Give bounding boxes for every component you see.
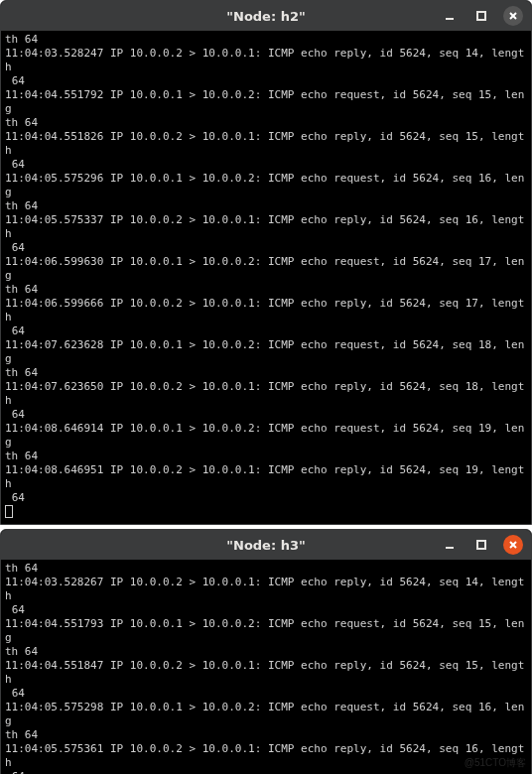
packet-seq: 17 — [466, 297, 478, 310]
packet-seq: 16 — [478, 172, 491, 185]
packet-src: 10.0.0.2 — [130, 742, 183, 755]
window-controls — [440, 535, 523, 555]
packet-dst: 10.0.0.2 — [202, 172, 255, 185]
packet-type: ICMP echo request — [268, 88, 380, 101]
titlebar[interactable]: "Node: h2" — [1, 1, 531, 31]
packet-dst: 10.0.0.2 — [202, 617, 255, 630]
packet-timestamp: 11:04:04.551792 — [5, 88, 103, 101]
packet-type: ICMP echo request — [268, 422, 380, 435]
packet-src: 10.0.0.2 — [130, 47, 183, 60]
packet-id: 5624 — [413, 701, 440, 713]
packet-dst: 10.0.0.1 — [202, 463, 255, 476]
terminal-window: "Node: h2"th 6411:04:03.528247 IP 10.0.0… — [0, 0, 532, 525]
packet-id: 5624 — [413, 255, 440, 268]
packet-timestamp: 11:04:03.528267 — [5, 576, 103, 588]
packet-seq: 15 — [478, 617, 491, 630]
packet-timestamp: 11:04:06.599666 — [5, 297, 103, 310]
packet-seq: 16 — [478, 701, 491, 713]
packet-line: 11:04:05.575337 IP 10.0.0.2 > 10.0.0.1: … — [5, 213, 527, 255]
packet-type: ICMP echo reply — [268, 659, 366, 672]
packet-id: 5624 — [413, 172, 440, 185]
packet-line: 11:04:05.575296 IP 10.0.0.1 > 10.0.0.2: … — [5, 172, 527, 213]
packet-timestamp: 11:04:07.623628 — [5, 338, 103, 351]
packet-dst: 10.0.0.2 — [202, 338, 255, 351]
packet-timestamp: 11:04:04.551826 — [5, 130, 103, 143]
packet-line: 11:04:04.551826 IP 10.0.0.2 > 10.0.0.1: … — [5, 130, 527, 172]
terminal-output[interactable]: th 6411:04:03.528267 IP 10.0.0.2 > 10.0.… — [1, 560, 531, 774]
minimize-icon[interactable] — [440, 535, 460, 555]
terminal-output[interactable]: th 6411:04:03.528247 IP 10.0.0.2 > 10.0.… — [1, 31, 531, 524]
watermark-text: @51CTO博客 — [465, 756, 526, 770]
packet-type: ICMP echo request — [268, 255, 380, 268]
packet-dst: 10.0.0.1 — [202, 213, 255, 226]
close-icon[interactable] — [503, 535, 523, 555]
packet-line: 11:04:08.646951 IP 10.0.0.2 > 10.0.0.1: … — [5, 463, 527, 505]
packet-src: 10.0.0.2 — [130, 463, 183, 476]
svg-rect-5 — [477, 541, 485, 549]
packet-seq: 16 — [466, 213, 478, 226]
output-line: th 64 — [5, 33, 527, 47]
packet-type: ICMP echo request — [268, 701, 380, 713]
packet-id: 5624 — [413, 422, 440, 435]
packet-seq: 16 — [466, 742, 478, 755]
packet-src: 10.0.0.2 — [130, 576, 183, 588]
packet-dst: 10.0.0.2 — [202, 701, 255, 713]
packet-timestamp: 11:04:05.575361 — [5, 742, 103, 755]
packet-src: 10.0.0.2 — [130, 297, 183, 310]
packet-dst: 10.0.0.1 — [202, 380, 255, 393]
packet-id: 5624 — [399, 742, 426, 755]
packet-id: 5624 — [399, 130, 426, 143]
packet-timestamp: 11:04:05.575296 — [5, 172, 103, 185]
packet-seq: 14 — [466, 47, 478, 60]
packet-src: 10.0.0.1 — [130, 338, 183, 351]
packet-seq: 19 — [466, 463, 478, 476]
packet-id: 5624 — [399, 297, 426, 310]
packet-timestamp: 11:04:07.623650 — [5, 380, 103, 393]
close-icon[interactable] — [503, 6, 523, 26]
packet-dst: 10.0.0.1 — [202, 576, 255, 588]
packet-id: 5624 — [399, 380, 426, 393]
packet-seq: 18 — [466, 380, 478, 393]
terminal-cursor — [5, 505, 13, 518]
packet-id: 5624 — [399, 463, 426, 476]
minimize-icon[interactable] — [440, 6, 460, 26]
packet-line: 11:04:03.528267 IP 10.0.0.2 > 10.0.0.1: … — [5, 576, 527, 617]
packet-id: 5624 — [413, 338, 440, 351]
packet-seq: 14 — [466, 576, 478, 588]
packet-line: 11:04:06.599630 IP 10.0.0.1 > 10.0.0.2: … — [5, 255, 527, 297]
packet-src: 10.0.0.2 — [130, 213, 183, 226]
packet-seq: 15 — [466, 659, 478, 672]
packet-line: 11:04:07.623628 IP 10.0.0.1 > 10.0.0.2: … — [5, 338, 527, 380]
packet-line: 11:04:06.599666 IP 10.0.0.2 > 10.0.0.1: … — [5, 297, 527, 338]
packet-dst: 10.0.0.1 — [202, 47, 255, 60]
packet-timestamp: 11:04:03.528247 — [5, 47, 103, 60]
packet-timestamp: 11:04:08.646951 — [5, 463, 103, 476]
packet-dst: 10.0.0.1 — [202, 130, 255, 143]
packet-src: 10.0.0.1 — [130, 617, 183, 630]
titlebar[interactable]: "Node: h3" — [1, 530, 531, 560]
maximize-icon[interactable] — [471, 535, 491, 555]
packet-id: 5624 — [413, 617, 440, 630]
packet-line: 11:04:05.575298 IP 10.0.0.1 > 10.0.0.2: … — [5, 701, 527, 742]
packet-src: 10.0.0.2 — [130, 380, 183, 393]
packet-type: ICMP echo reply — [268, 130, 366, 143]
packet-src: 10.0.0.1 — [130, 172, 183, 185]
output-line: th 64 — [5, 562, 527, 576]
packet-type: ICMP echo reply — [268, 576, 366, 588]
packet-id: 5624 — [399, 659, 426, 672]
packet-type: ICMP echo reply — [268, 213, 366, 226]
packet-timestamp: 11:04:05.575337 — [5, 213, 103, 226]
packet-dst: 10.0.0.1 — [202, 742, 255, 755]
maximize-icon[interactable] — [471, 6, 491, 26]
packet-dst: 10.0.0.2 — [202, 88, 255, 101]
packet-src: 10.0.0.2 — [130, 659, 183, 672]
packet-timestamp: 11:04:04.551793 — [5, 617, 103, 630]
packet-src: 10.0.0.1 — [130, 255, 183, 268]
packet-src: 10.0.0.1 — [130, 88, 183, 101]
packet-timestamp: 11:04:06.599630 — [5, 255, 103, 268]
packet-type: ICMP echo reply — [268, 463, 366, 476]
packet-src: 10.0.0.1 — [130, 422, 183, 435]
packet-timestamp: 11:04:08.646914 — [5, 422, 103, 435]
packet-seq: 19 — [478, 422, 491, 435]
packet-line: 11:04:04.551793 IP 10.0.0.1 > 10.0.0.2: … — [5, 617, 527, 659]
